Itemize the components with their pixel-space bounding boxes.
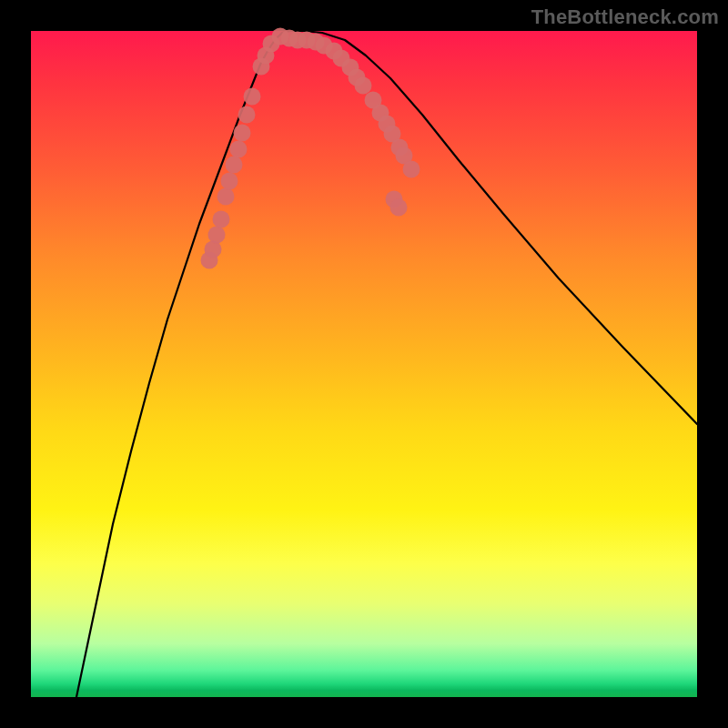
plot-area <box>31 31 697 697</box>
chart-frame: TheBottleneck.com <box>0 0 728 728</box>
curve-layer <box>31 31 697 697</box>
marker-point <box>221 173 238 190</box>
marker-point <box>238 106 256 124</box>
marker-point <box>234 125 251 142</box>
marker-point <box>226 157 243 174</box>
marker-point <box>230 141 248 158</box>
marker-cluster <box>201 28 420 269</box>
marker-point <box>355 77 372 95</box>
marker-point <box>403 161 420 178</box>
marker-point <box>213 211 230 228</box>
marker-point <box>390 199 408 217</box>
marker-point <box>244 88 261 106</box>
marker-point <box>205 241 222 258</box>
watermark-label: TheBottleneck.com <box>531 5 719 29</box>
marker-point <box>208 227 226 244</box>
marker-point <box>217 188 235 206</box>
